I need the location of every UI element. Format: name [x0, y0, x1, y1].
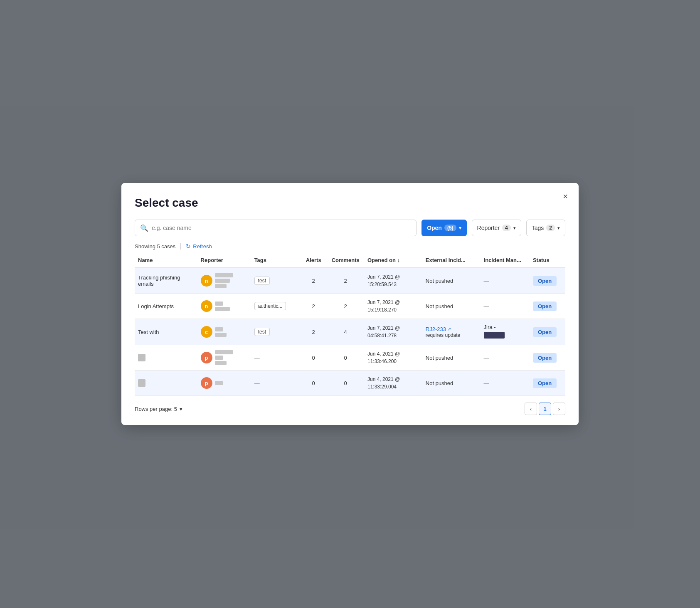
table-row[interactable]: Login Attemptsnauthentic...22Jun 7, 2021… [135, 294, 565, 319]
prev-page-button[interactable]: ‹ [525, 403, 537, 415]
avatar: n [201, 300, 212, 312]
cell-status: Open [530, 319, 565, 345]
status-filter-label: Open [427, 225, 442, 231]
reporter-block [215, 327, 223, 331]
tag-pill: authentic... [254, 302, 286, 310]
cell-alerts: 2 [300, 268, 327, 294]
cell-comments: 0 [327, 371, 364, 396]
cell-comments: 2 [327, 268, 364, 294]
col-header-comments: Comments [327, 253, 364, 268]
cell-tags: test [251, 268, 300, 294]
cell-opened: Jun 4, 2021 @ 11:33:46.200 [364, 345, 422, 371]
external-incident-link[interactable]: RJ2-233↗ [426, 326, 477, 332]
select-case-modal: × Select case 🔍 Open (5) ▾ Reporter 4 ▾ … [121, 183, 579, 425]
table-row[interactable]: Test withctest24Jun 7, 2021 @ 04:58:41.2… [135, 319, 565, 345]
cell-name: Login Attempts [135, 294, 197, 319]
page-1-button[interactable]: 1 [539, 403, 551, 415]
table-row[interactable]: p—00Jun 4, 2021 @ 11:33:46.200Not pushed… [135, 345, 565, 371]
cell-status: Open [530, 371, 565, 396]
status-filter-button[interactable]: Open (5) ▾ [421, 220, 466, 236]
cell-incident: — [481, 345, 530, 371]
search-icon: 🔍 [140, 224, 148, 232]
cell-status: Open [530, 294, 565, 319]
search-input[interactable] [152, 225, 411, 231]
col-header-opened[interactable]: Opened on ↓ [364, 253, 422, 268]
reporter-filter-button[interactable]: Reporter 4 ▾ [472, 220, 521, 236]
rows-per-page-chevron-icon: ▾ [180, 406, 182, 412]
modal-overlay: × Select case 🔍 Open (5) ▾ Reporter 4 ▾ … [0, 0, 700, 608]
avatar: p [201, 377, 212, 389]
tag-empty: — [254, 380, 260, 386]
refresh-icon: ↻ [186, 243, 191, 250]
tag-pill: test [254, 328, 270, 336]
tags-filter-label: Tags [532, 225, 544, 231]
col-header-reporter: Reporter [197, 253, 251, 268]
col-header-incident: Incident Man... [481, 253, 530, 268]
search-box[interactable]: 🔍 [135, 220, 417, 236]
status-info-row: Showing 5 cases ↻ Refresh [135, 243, 565, 250]
col-header-tags: Tags [251, 253, 300, 268]
cell-opened: Jun 7, 2021 @ 15:19:18.270 [364, 294, 422, 319]
status-badge: Open [533, 327, 557, 337]
cell-alerts: 0 [300, 371, 327, 396]
tag-pill: test [254, 277, 270, 285]
cell-status: Open [530, 345, 565, 371]
cell-name [135, 345, 197, 371]
reporter-block [215, 273, 233, 277]
close-button[interactable]: × [559, 190, 572, 203]
status-badge: Open [533, 353, 557, 363]
modal-title: Select case [135, 196, 565, 210]
cell-name: Test with [135, 319, 197, 345]
showing-count: Showing 5 cases [135, 243, 175, 250]
col-header-name: Name [135, 253, 197, 268]
avatar: p [201, 352, 212, 363]
cell-reporter: n [197, 268, 251, 294]
cell-alerts: 0 [300, 345, 327, 371]
cell-external: Not pushed [422, 268, 481, 294]
avatar: c [201, 326, 212, 338]
pagination-row: Rows per page: 5 ▾ ‹ 1 › [135, 403, 565, 415]
cell-incident: — [481, 268, 530, 294]
cell-opened: Jun 7, 2021 @ 15:20:59.543 [364, 268, 422, 294]
cell-tags: — [251, 345, 300, 371]
status-filter-count: (5) [444, 225, 456, 231]
reporter-block [215, 307, 230, 311]
external-status: requires update [426, 332, 477, 338]
cell-alerts: 2 [300, 294, 327, 319]
col-header-external: External Incid... [422, 253, 481, 268]
next-page-button[interactable]: › [553, 403, 565, 415]
jira-block [484, 332, 505, 339]
rows-per-page-selector[interactable]: Rows per page: 5 ▾ [135, 406, 182, 412]
col-header-status: Status [530, 253, 565, 268]
cell-incident: Jira - [481, 319, 530, 345]
cell-reporter: p [197, 371, 251, 396]
cell-external: Not pushed [422, 371, 481, 396]
col-header-alerts: Alerts [300, 253, 327, 268]
tags-filter-button[interactable]: Tags 2 ▾ [526, 220, 565, 236]
cell-opened: Jun 4, 2021 @ 11:33:29.004 [364, 371, 422, 396]
tags-filter-chevron-icon: ▾ [557, 225, 560, 231]
cell-comments: 4 [327, 319, 364, 345]
table-row[interactable]: Tracking phishing emailsntest22Jun 7, 20… [135, 268, 565, 294]
cell-external: Not pushed [422, 294, 481, 319]
reporter-filter-count: 4 [502, 225, 511, 231]
status-filter-chevron-icon: ▾ [459, 225, 461, 231]
refresh-button[interactable]: ↻ Refresh [186, 243, 212, 250]
tag-empty: — [254, 355, 260, 361]
cell-name: Tracking phishing emails [135, 268, 197, 294]
table-row[interactable]: p—00Jun 4, 2021 @ 11:33:29.004Not pushed… [135, 371, 565, 396]
cell-external: Not pushed [422, 345, 481, 371]
reporter-filter-label: Reporter [477, 225, 500, 231]
cell-reporter: c [197, 319, 251, 345]
reporter-block [215, 302, 223, 306]
reporter-block [215, 361, 227, 365]
reporter-block [215, 333, 227, 337]
cell-tags: test [251, 319, 300, 345]
refresh-label: Refresh [193, 243, 212, 250]
cases-table: Name Reporter Tags Alerts Comments Opene… [135, 253, 565, 396]
rows-per-page-label: Rows per page: 5 [135, 406, 177, 412]
cell-incident: — [481, 371, 530, 396]
tags-filter-count: 2 [546, 225, 555, 231]
cell-reporter: n [197, 294, 251, 319]
avatar: n [201, 275, 212, 287]
